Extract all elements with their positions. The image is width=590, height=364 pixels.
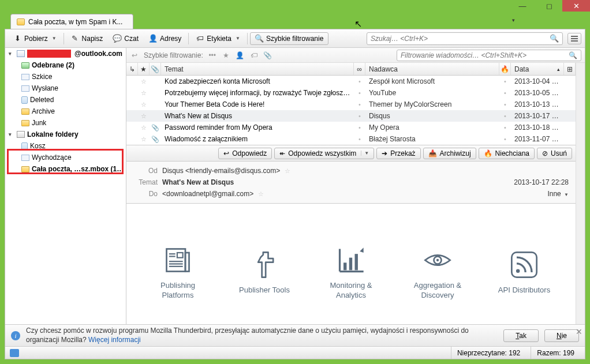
folder-row[interactable]: Wychodzące	[5, 152, 126, 163]
folder-row[interactable]: Kosz	[5, 140, 126, 152]
svg-rect-4	[177, 253, 183, 258]
scrollbar[interactable]	[576, 63, 585, 324]
attachment-filter-icon[interactable]: 📎	[263, 51, 272, 59]
thread-col-icon[interactable]: ↳	[126, 63, 138, 75]
header-subject-value: What's New at Disqus	[162, 178, 234, 186]
sender-column[interactable]: Nadawca	[365, 63, 499, 75]
message-row[interactable]: ☆What's New at Disqus•Disqus•2013-10-17 …	[126, 110, 576, 122]
reply-all-icon: ↞	[279, 149, 285, 157]
message-actions: ↩Odpowiedz ↞Odpowiedz wszystkim▼ ➔Przeka…	[126, 145, 576, 162]
junk-dot: •	[499, 124, 511, 131]
junk-col-icon[interactable]: 🔥	[499, 63, 511, 75]
message-row[interactable]: ☆Kod zabezpieczeń konta Microsoft•Zespół…	[126, 76, 576, 87]
folder-icon	[17, 18, 25, 25]
folder-row[interactable]: Szkice	[5, 71, 126, 82]
message-row[interactable]: ☆Your Themer Beta Code is Here!•Themer b…	[126, 99, 576, 110]
star-filter-icon[interactable]: ★	[222, 51, 231, 59]
message-list: ☆Kod zabezpieczeń konta Microsoft•Zespół…	[126, 76, 576, 145]
tag-filter-icon[interactable]: 🏷	[249, 51, 259, 59]
read-dot: •	[354, 89, 365, 96]
message-row[interactable]: ☆Potrzebujemy więcej informacji, by rozw…	[126, 87, 576, 99]
svg-point-16	[516, 269, 520, 273]
star-icon[interactable]: ☆	[138, 124, 150, 132]
folder-row[interactable]: Deleted	[5, 94, 126, 106]
more-info-link[interactable]: Więcej informacji	[88, 336, 141, 344]
junk-dot: •	[499, 136, 511, 142]
global-search[interactable]: 🔍	[367, 32, 563, 45]
folder-label: Cała poczta, …sz.mbox (192)	[32, 165, 126, 173]
message-row[interactable]: ☆📎Password reminder from My Opera•My Ope…	[126, 122, 576, 133]
window-tab[interactable]: Cała poczta, w tym Spam i K...	[10, 14, 133, 29]
svg-rect-10	[343, 263, 346, 271]
unread-filter-icon[interactable]: •••	[208, 51, 217, 59]
reply-all-button[interactable]: ↞Odpowiedz wszystkim▼	[274, 148, 374, 159]
activity-icon[interactable]	[10, 349, 19, 357]
chat-icon: 💬	[113, 35, 121, 43]
folder-icon	[21, 166, 29, 172]
contact-star-icon[interactable]: ☆	[285, 167, 290, 175]
quick-filter-button[interactable]: 🔍Szybkie filtrowanie	[250, 32, 328, 45]
app-menu-button[interactable]	[567, 33, 581, 44]
person-icon: 👤	[149, 35, 157, 43]
mail-account-icon	[17, 50, 25, 57]
addresses-button[interactable]: 👤Adresy	[144, 33, 186, 44]
subject-column[interactable]: Temat	[161, 63, 354, 75]
header-date: 2013-10-17 22:28	[514, 178, 569, 186]
folder-label: Junk	[32, 119, 46, 127]
back-arrow-icon[interactable]: ↩	[130, 51, 139, 59]
attach-col-icon[interactable]: 📎	[150, 63, 161, 75]
star-icon[interactable]: ☆	[138, 89, 150, 97]
star-icon[interactable]: ☆	[138, 101, 150, 108]
feature-publishing: Publishing Platforms	[146, 245, 210, 300]
search-go-icon[interactable]: 🔍	[550, 34, 559, 43]
svg-rect-1	[185, 253, 189, 272]
contact-star-icon[interactable]: ☆	[258, 190, 264, 198]
svg-point-14	[436, 259, 439, 261]
get-mail-button[interactable]: ⬇Pobierz▼	[9, 33, 61, 44]
star-icon[interactable]: ☆	[138, 78, 150, 85]
filter-search-input[interactable]	[401, 51, 569, 59]
filter-search-go-icon[interactable]: 🔍	[569, 51, 577, 59]
msg-subject: Potrzebujemy więcej informacji, by rozwa…	[161, 89, 354, 97]
read-col-icon[interactable]: ∞	[354, 63, 365, 75]
account-row-outlook[interactable]: ▾ @outlook.com	[5, 48, 126, 59]
maximize-button[interactable]: ◻	[536, 0, 562, 12]
folder-row[interactable]: Junk	[5, 117, 126, 129]
folder-row[interactable]: Odebrane (2)	[5, 59, 126, 71]
svg-rect-12	[355, 254, 358, 270]
total-count: Razem: 199	[531, 347, 580, 359]
star-icon[interactable]: ☆	[138, 136, 150, 143]
tab-menu-caret[interactable]: ▾	[512, 17, 515, 23]
write-button[interactable]: ✎Napisz	[66, 33, 108, 44]
message-filter-search[interactable]: 🔍	[397, 50, 581, 61]
folder-row[interactable]: Archive	[5, 106, 126, 117]
redacted-username	[27, 50, 71, 58]
tag-button[interactable]: 🏷Etykieta▼	[191, 33, 245, 44]
account-row-local[interactable]: ▾ Lokalne foldery	[5, 129, 126, 140]
close-button[interactable]: ✕	[562, 0, 590, 12]
message-row[interactable]: ☆📎Wiadomość z załącznikiem•Błażej Staros…	[126, 133, 576, 145]
junk-button[interactable]: 🔥Niechciana	[479, 148, 535, 159]
other-actions[interactable]: Inne ▼	[547, 190, 569, 198]
delete-button[interactable]: ⊘Usuń	[537, 148, 572, 159]
chat-button[interactable]: 💬Czat	[109, 33, 143, 44]
column-picker-icon[interactable]: ⊞	[564, 63, 576, 75]
msg-subject: What's New at Disqus	[161, 112, 354, 120]
folder-row[interactable]: Wysłane	[5, 82, 126, 94]
reply-button[interactable]: ↩Odpowiedz	[218, 148, 272, 159]
msg-date: 2013-10-05 11:50	[511, 89, 564, 97]
star-col-icon[interactable]: ★	[138, 63, 150, 75]
minimize-button[interactable]: —	[509, 0, 536, 12]
star-icon[interactable]: ☆	[138, 112, 150, 120]
yes-button[interactable]: Tak	[503, 329, 539, 342]
chart-icon	[336, 245, 366, 275]
folder-row[interactable]: Cała poczta, …sz.mbox (192)	[5, 163, 126, 175]
close-notification-icon[interactable]: ✕	[576, 327, 582, 336]
archive-button[interactable]: 📥Archiwizuj	[423, 148, 476, 159]
date-column[interactable]: Data▴	[511, 63, 564, 75]
no-button[interactable]: Nie	[544, 329, 579, 342]
search-input[interactable]	[371, 35, 550, 43]
forward-button[interactable]: ➔Przekaż	[376, 148, 420, 159]
msg-sender: Błażej Starosta	[365, 135, 499, 143]
contact-filter-icon[interactable]: 👤	[236, 51, 245, 59]
